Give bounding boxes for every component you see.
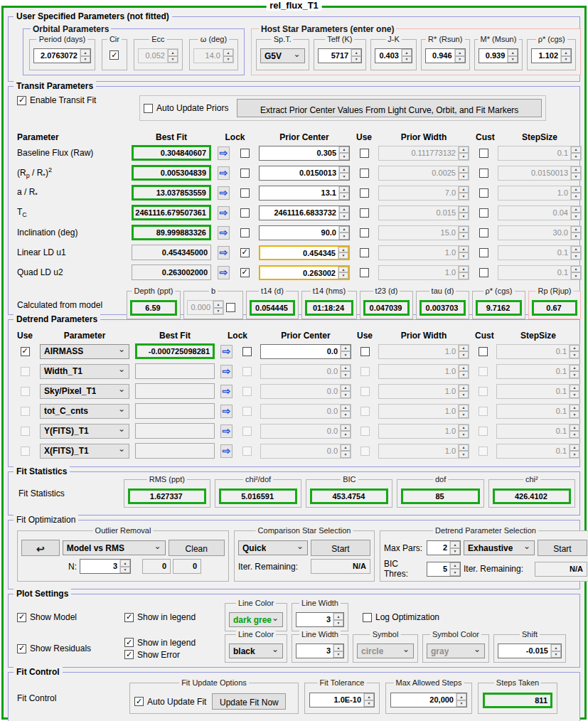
- spin-down-icon[interactable]: [571, 252, 581, 260]
- prior-width-spinner[interactable]: 1.0: [378, 344, 469, 359]
- custom-step-checkbox[interactable]: [479, 268, 488, 277]
- lock-checkbox[interactable]: [240, 188, 250, 198]
- spin-down-icon[interactable]: [338, 252, 348, 259]
- lock-checkbox[interactable]: [240, 169, 250, 178]
- use-prior-checkbox[interactable]: [360, 367, 370, 376]
- use-detrend-checkbox[interactable]: [21, 407, 30, 416]
- spinner-updown-buttons[interactable]: [340, 444, 351, 458]
- prior-center-spinner[interactable]: 0.0: [260, 344, 351, 359]
- spinner-updown-buttons[interactable]: [569, 365, 579, 378]
- spin-down-icon[interactable]: [570, 391, 579, 398]
- spin-down-icon[interactable]: [459, 153, 469, 160]
- spin-up-icon[interactable]: [570, 345, 579, 352]
- transfer-best-fit-button[interactable]: [220, 365, 232, 378]
- transfer-best-fit-button[interactable]: [218, 206, 230, 220]
- transfer-best-fit-button[interactable]: [220, 345, 232, 358]
- jk-spinner[interactable]: 0.403: [375, 48, 412, 63]
- detrend-parameter-select[interactable]: Sky/Pixel_T1: [40, 384, 129, 399]
- spinner-updown-buttons[interactable]: [569, 444, 579, 458]
- spinner-updown-buttons[interactable]: [401, 49, 412, 63]
- update-fit-now-button[interactable]: Update Fit Now: [212, 693, 286, 710]
- spinner-updown-buttons[interactable]: [560, 49, 571, 63]
- prior-center-spinner[interactable]: 0.0: [260, 444, 351, 459]
- log-optimization[interactable]: Log Optimization: [363, 612, 439, 622]
- prior-center-spinner[interactable]: 0.0150013: [259, 166, 350, 181]
- spin-up-icon[interactable]: [341, 444, 351, 452]
- spin-down-icon[interactable]: [341, 391, 351, 398]
- spin-up-icon[interactable]: [570, 424, 579, 432]
- use-prior-checkbox[interactable]: [360, 228, 369, 237]
- spinner-updown-buttons[interactable]: [338, 226, 349, 240]
- spin-down-icon[interactable]: [339, 193, 349, 200]
- prior-center-spinner[interactable]: 0.305: [259, 146, 350, 161]
- show-residuals[interactable]: Show Residuals: [17, 643, 120, 653]
- spin-down-icon[interactable]: [459, 272, 469, 279]
- prior-width-spinner[interactable]: 0.0025: [378, 166, 469, 181]
- spin-up-icon[interactable]: [571, 266, 581, 273]
- spin-up-icon[interactable]: [339, 226, 349, 233]
- fit-tolerance-spinner[interactable]: 1.0E-10: [309, 693, 375, 707]
- spinner-updown-buttons[interactable]: [458, 444, 469, 458]
- spinner-updown-buttons[interactable]: [570, 206, 581, 220]
- detrend-selection-start-button[interactable]: Start: [538, 540, 587, 556]
- transfer-best-fit-button[interactable]: [220, 385, 232, 398]
- use-prior-checkbox[interactable]: [360, 447, 370, 456]
- detrend-parameter-select[interactable]: X(FITS)_T1: [40, 444, 129, 459]
- prior-width-spinner[interactable]: 0.111773132: [378, 146, 469, 161]
- spin-up-icon[interactable]: [351, 49, 361, 56]
- clean-button[interactable]: Clean: [169, 540, 225, 556]
- spinner-updown-buttons[interactable]: [458, 424, 469, 438]
- custom-step-checkbox[interactable]: [479, 387, 488, 396]
- spin-up-icon[interactable]: [459, 186, 469, 193]
- prior-center-spinner[interactable]: 2461116.6833732: [259, 205, 350, 220]
- prior-center-spinner[interactable]: 90.0: [259, 225, 350, 240]
- show-error-checkbox[interactable]: [124, 650, 134, 659]
- spectral-type-select[interactable]: G5V: [260, 48, 305, 63]
- circular-orbit-checkbox[interactable]: [109, 50, 119, 60]
- spinner-updown-buttons[interactable]: [458, 246, 469, 260]
- spinner-updown-buttons[interactable]: [340, 405, 351, 418]
- step-size-spinner[interactable]: 0.1: [496, 404, 580, 419]
- transfer-best-fit-button[interactable]: [218, 266, 230, 279]
- step-size-spinner[interactable]: 0.1: [496, 444, 580, 459]
- lock-checkbox[interactable]: [242, 447, 252, 456]
- omega-spinner[interactable]: 14.0: [193, 48, 234, 63]
- use-prior-checkbox[interactable]: [360, 248, 369, 257]
- spinner-updown-buttons[interactable]: [458, 206, 469, 220]
- outlier-method-select[interactable]: Model vs RMS: [63, 540, 166, 555]
- spin-up-icon[interactable]: [455, 49, 465, 56]
- transfer-best-fit-button[interactable]: [218, 246, 230, 260]
- spinner-updown-buttons[interactable]: [458, 186, 469, 200]
- prior-width-spinner[interactable]: 1.0: [378, 245, 469, 260]
- spinner-updown-buttons[interactable]: [456, 693, 466, 707]
- prior-width-spinner[interactable]: 0.015: [378, 205, 469, 220]
- lock-checkbox[interactable]: [242, 367, 252, 376]
- spin-up-icon[interactable]: [551, 644, 561, 651]
- spinner-updown-buttons[interactable]: [340, 345, 351, 358]
- prior-width-spinner[interactable]: 15.0: [378, 225, 469, 240]
- shift-spinner[interactable]: -0.015: [498, 643, 562, 658]
- spin-down-icon[interactable]: [459, 391, 469, 398]
- spin-down-icon[interactable]: [551, 651, 561, 658]
- use-prior-checkbox[interactable]: [360, 347, 370, 356]
- spin-down-icon[interactable]: [364, 700, 374, 707]
- residuals-show-in-legend[interactable]: Show in legend: [124, 638, 220, 648]
- use-prior-checkbox[interactable]: [360, 169, 369, 178]
- spin-down-icon[interactable]: [459, 351, 469, 358]
- spin-up-icon[interactable]: [459, 405, 469, 412]
- spinner-updown-buttons[interactable]: [363, 693, 374, 707]
- lock-checkbox[interactable]: [242, 387, 252, 396]
- prior-width-spinner[interactable]: 1.0: [378, 404, 469, 419]
- step-size-spinner[interactable]: 0.1: [498, 265, 582, 280]
- step-size-spinner[interactable]: 0.1: [498, 245, 582, 260]
- spinner-updown-buttons[interactable]: [458, 345, 469, 358]
- custom-step-checkbox[interactable]: [479, 367, 488, 376]
- lock-checkbox[interactable]: [242, 347, 252, 356]
- spinner-updown-buttons[interactable]: [333, 644, 343, 658]
- spin-up-icon[interactable]: [341, 345, 351, 352]
- spinner-updown-buttons[interactable]: [449, 541, 460, 555]
- detrend-selection-method-select[interactable]: Exhaustive: [464, 540, 535, 555]
- spin-down-icon[interactable]: [459, 233, 469, 240]
- spinner-updown-buttons[interactable]: [458, 385, 469, 398]
- spin-down-icon[interactable]: [571, 272, 581, 279]
